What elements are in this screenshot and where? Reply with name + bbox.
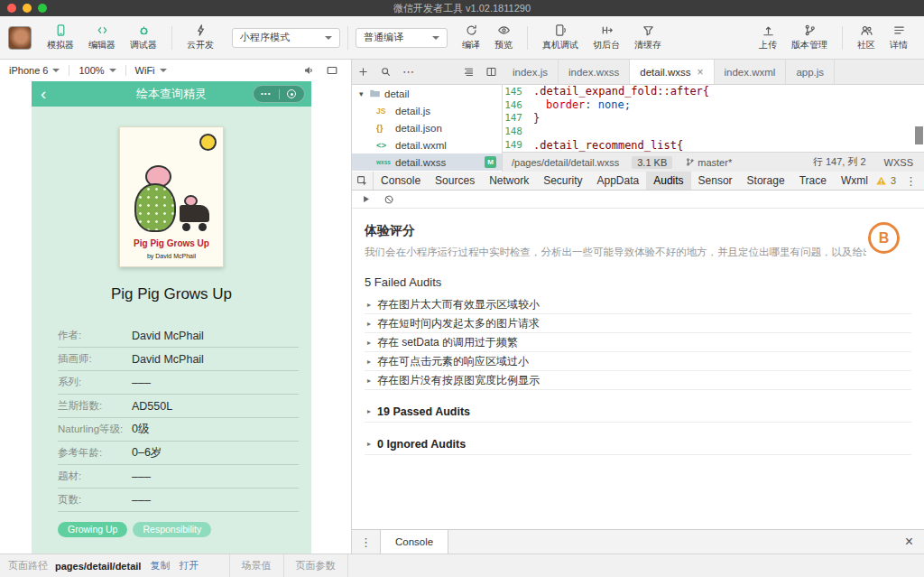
network-select[interactable]: WiFi (126, 65, 176, 76)
tab-index-wxss[interactable]: index.wxss (559, 60, 630, 84)
cover-pig-art (134, 183, 176, 232)
search-button[interactable] (374, 66, 397, 78)
compile-mode-select[interactable]: 普通编译 (356, 28, 448, 48)
lightning-icon (194, 23, 208, 37)
devtools-tab-trace[interactable]: Trace (792, 172, 834, 190)
close-drawer-button[interactable]: × (894, 530, 924, 554)
preview-button[interactable]: 预览 (487, 16, 520, 59)
debugger-label: 调试器 (130, 39, 157, 51)
line-number: 146 (503, 99, 533, 111)
details-button[interactable]: 详情 (882, 23, 915, 51)
drawer-menu-button[interactable]: ⋮ (352, 530, 380, 554)
devtools-tab-sources[interactable]: Sources (428, 172, 482, 190)
devtools-tab-console[interactable]: Console (374, 172, 428, 190)
devtools-tab-sensor[interactable]: Sensor (691, 172, 740, 190)
devtools-tab-security[interactable]: Security (536, 172, 589, 190)
close-tab-icon[interactable]: × (698, 68, 704, 77)
tab-index-js[interactable]: index.js (503, 60, 559, 84)
copy-path-link[interactable]: 复制 (150, 559, 170, 572)
simulator-toggle-button[interactable]: 模拟器 (40, 16, 81, 59)
tree-file-detail-wxss[interactable]: wxss detail.wxss M (352, 154, 502, 171)
tree-file-detail-json[interactable]: {} detail.json (352, 119, 502, 136)
inspect-element-button[interactable] (352, 172, 374, 190)
warning-icon (875, 175, 887, 187)
code-editor[interactable]: 145 .detail_expand_fold::after{ 146 bord… (503, 85, 924, 152)
tab-index-wxml[interactable]: index.wxml (715, 60, 787, 84)
warning-count: 3 (891, 175, 896, 186)
version-management-label: 版本管理 (791, 39, 827, 51)
tree-file-detail-js[interactable]: JS detail.js (352, 102, 502, 119)
audit-item[interactable]: ▸ 存在图片没有按原图宽度比例显示 (365, 371, 911, 390)
toolbar-separator (842, 26, 843, 50)
speaker-icon[interactable] (302, 64, 315, 77)
devtools-menu-button[interactable]: ⋮ (905, 175, 917, 187)
community-button[interactable]: 社区 (850, 23, 882, 51)
tree-file-detail-wxml[interactable]: <> detail.wxml (352, 136, 502, 154)
code-icon (96, 23, 109, 37)
version-management-button[interactable]: 版本管理 (784, 23, 835, 51)
tag-responsibility[interactable]: Responsibility (133, 522, 211, 537)
audit-item[interactable]: ▸ 存在短时间内发起太多的图片请求 (365, 314, 911, 333)
devtools-tab-network[interactable]: Network (482, 172, 536, 190)
mode-select[interactable]: 小程序模式 (232, 28, 340, 48)
editor-tab-bar: ⋯ index.js index.wxss detail.wxss × inde… (352, 60, 924, 85)
tree-folder-detail[interactable]: ▾ detail (352, 85, 502, 102)
audit-item[interactable]: ▸ 存在图片太大而有效显示区域较小 (365, 295, 911, 314)
audit-item[interactable]: ▸ 存在可点击元素的响应区域过小 (365, 352, 911, 371)
book-cover-image: Pig Pig Grows Up by David McPhail (119, 126, 224, 267)
warnings-indicator[interactable]: 3 (875, 175, 896, 187)
network-select-value: WiFi (135, 65, 155, 76)
zoom-select[interactable]: 100% (69, 65, 125, 76)
tab-app-js[interactable]: app.js (786, 60, 835, 84)
devtools-tab-bar: Console Sources Network Security AppData… (352, 172, 924, 191)
drawer-tab-console[interactable]: Console (380, 530, 448, 554)
language-mode[interactable]: WXSS (884, 157, 913, 168)
user-avatar[interactable] (8, 26, 32, 50)
split-editor-button[interactable] (480, 66, 503, 78)
bug-icon (137, 23, 151, 37)
editor-scrollbar[interactable] (915, 85, 923, 152)
statusbar-separator (347, 554, 348, 577)
switch-background-button[interactable]: 切后台 (586, 16, 627, 59)
git-branch-indicator[interactable]: master* (685, 157, 732, 168)
open-path-link[interactable]: 打开 (179, 559, 199, 572)
rotate-screen-icon[interactable] (326, 64, 338, 77)
failed-audits-header: 5 Failed Audits (365, 275, 911, 289)
run-audit-button[interactable] (361, 194, 371, 204)
real-device-debug-button[interactable]: 真机调试 (535, 16, 586, 59)
clear-cache-label: 清缓存 (634, 39, 661, 51)
audit-item[interactable]: ▸ 存在 setData 的调用过于频繁 (365, 333, 911, 352)
ignored-audits-header[interactable]: ▸ 0 Ignored Audits (365, 433, 911, 455)
device-select[interactable]: iPhone 6 (0, 65, 69, 76)
simulator-icon (54, 23, 68, 37)
cloud-dev-button[interactable]: 云开发 (180, 16, 221, 59)
search-icon (380, 66, 392, 78)
more-menu-button[interactable]: ••• (254, 86, 279, 102)
devtools-tab-storage[interactable]: Storage (740, 172, 792, 190)
upload-button[interactable]: 上传 (752, 23, 784, 51)
compile-button[interactable]: 编译 (455, 16, 487, 59)
more-actions-button[interactable]: ⋯ (397, 65, 420, 79)
code-line: 147 } (503, 112, 924, 126)
scrollbar-thumb[interactable] (915, 126, 923, 144)
editor-toggle-button[interactable]: 编辑器 (81, 16, 123, 59)
tag-growing-up[interactable]: Growing Up (58, 522, 127, 537)
clear-icon[interactable] (383, 194, 394, 205)
line-number: 148 (503, 126, 533, 137)
page-path-value: pages/detail/detail (55, 561, 141, 572)
tab-detail-wxss[interactable]: detail.wxss × (630, 60, 714, 84)
clear-cache-button[interactable]: 清缓存 (627, 16, 669, 59)
new-file-button[interactable] (352, 66, 374, 78)
audits-title: 体验评分 (365, 223, 911, 239)
collapse-tree-button[interactable] (457, 66, 480, 78)
exit-miniapp-button[interactable] (280, 89, 305, 98)
plus-icon (357, 66, 369, 78)
real-device-label: 真机调试 (542, 39, 578, 51)
devtools-tab-wxml[interactable]: Wxml (834, 172, 875, 190)
devtools-tab-audits[interactable]: Audits (646, 172, 690, 190)
upload-icon (762, 23, 775, 37)
debugger-toggle-button[interactable]: 调试器 (123, 16, 164, 59)
passed-audits-header[interactable]: ▸ 19 Passed Audits (365, 401, 911, 423)
devtools-tab-appdata[interactable]: AppData (590, 172, 647, 190)
field-row-pages: 页数: ––– (58, 489, 299, 512)
